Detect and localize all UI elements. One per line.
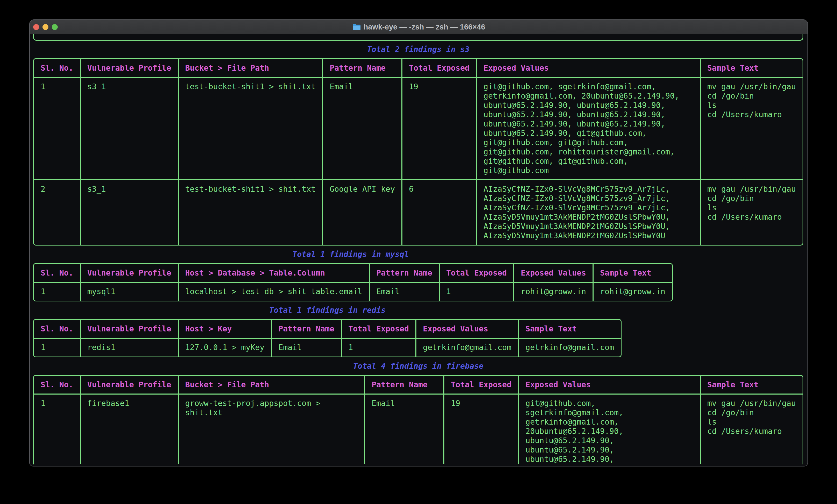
header-cell-mysql: Exposed Values — [521, 268, 586, 278]
terminal-window: hawk-eye — -zsh — zsh — 166×46 Total 2 f… — [30, 20, 807, 466]
body-cell-line: ls — [707, 417, 716, 427]
header-cell-s3: Exposed Values — [483, 63, 549, 73]
body-cell-line: test-bucket-shit1 > shit.txt — [185, 82, 316, 91]
body-cell-line: test-bucket-shit1 > shit.txt — [185, 185, 316, 194]
header-cell-firebase: Total Exposed — [451, 380, 512, 389]
header-cell-firebase: Pattern Name — [372, 380, 428, 389]
body-cell-line: Google API key — [330, 185, 395, 194]
header-cell-mysql: Total Exposed — [446, 268, 507, 278]
section-title: Total 4 findings in firebase — [353, 361, 483, 371]
terminal-content[interactable]: Total 2 findings in s3Sl. No.Vulnerable … — [30, 34, 807, 466]
body-cell-line: ubuntu@65.2.149.90, — [526, 436, 614, 445]
table-row-separator — [33, 77, 803, 78]
body-cell-line: rohit@groww.in — [521, 287, 586, 296]
header-cell-redis: Sl. No. — [41, 324, 73, 334]
body-cell-line: Email — [376, 287, 399, 296]
body-cell-line: ubuntu@65.2.149.90, ubuntu@65.2.149.90, — [483, 110, 665, 119]
header-cell-mysql: Vulnerable Profile — [87, 268, 171, 278]
body-cell-line: cd /go/bin — [707, 91, 754, 101]
body-cell-line: ubuntu@65.2.149.90, — [526, 445, 614, 454]
table-row-separator — [33, 393, 803, 395]
body-cell-line: 1 — [348, 343, 353, 352]
body-cell-line: cd /Users/kumaro — [707, 110, 782, 119]
body-cell-line: rohit@groww.in — [600, 287, 665, 296]
body-cell-line: cd /Users/kumaro — [707, 212, 782, 222]
table-row-separator — [33, 282, 673, 283]
header-cell-redis: Sample Text — [526, 324, 577, 334]
body-cell-line: sgetrkinfo@gmail.com, — [526, 408, 623, 417]
table-column-separator — [518, 375, 519, 464]
body-cell-line: git@github.com — [483, 166, 549, 175]
body-cell-line: AIzaSyCfNZ-IZx0-SlVcVg8MCr575zv9_Ar7jLc, — [483, 203, 670, 212]
body-cell-line: AIzaSyD5Vmuy1mt3AkMENDP2tMG0ZUslSPbwY0U, — [483, 212, 670, 222]
table-column-separator — [700, 375, 701, 464]
body-cell-line: 1 — [41, 82, 45, 91]
header-cell-redis: Total Exposed — [348, 324, 409, 334]
body-cell-line: git@github.com, rohittourister@gmail.com… — [483, 147, 675, 156]
body-cell-line: Email — [372, 399, 395, 408]
body-cell-line: git@github.com, sgetrkinfo@gmail.com, — [483, 82, 656, 91]
body-cell-line: AIzaSyD5Vmuy1mt3AkMENDP2tMG0ZUslSPbwY0U — [483, 231, 665, 240]
header-cell-s3: Sample Text — [707, 63, 759, 73]
header-cell-mysql: Sample Text — [600, 268, 651, 278]
section-title: Total 1 findings in redis — [269, 305, 386, 315]
body-cell-line: ls — [707, 101, 716, 110]
table-column-separator — [364, 375, 365, 464]
header-cell-redis: Host > Key — [185, 324, 232, 334]
body-cell-line: 1 — [41, 399, 45, 408]
body-cell-line: mv gau /usr/bin/gau — [707, 399, 796, 408]
body-cell-line: 19 — [451, 399, 460, 408]
body-cell-line: 1 — [41, 287, 45, 296]
window-title: hawk-eye — -zsh — zsh — 166×46 — [363, 23, 485, 31]
previous-table-bottom-border — [33, 34, 803, 41]
table-column-separator — [476, 59, 477, 245]
body-cell-line: 6 — [409, 185, 414, 194]
body-cell-line: groww-test-proj.appspot.com > — [185, 399, 320, 408]
folder-icon — [352, 23, 361, 31]
body-cell-line: ls — [707, 203, 716, 212]
body-cell-line: localhost > test_db > shit_table.email — [185, 287, 362, 296]
header-cell-s3: Bucket > File Path — [185, 63, 269, 73]
body-cell-line: getrkinfo@gmail.com, 20ubuntu@65.2.149.9… — [483, 91, 679, 101]
table-column-separator — [80, 59, 81, 245]
body-cell-line: AIzaSyCfNZ-IZx0-SlVcVg8MCr575zv9_Ar7jLc, — [483, 185, 670, 194]
body-cell-line: mysql1 — [87, 287, 115, 296]
titlebar[interactable]: hawk-eye — -zsh — zsh — 166×46 — [30, 20, 807, 34]
body-cell-line: redis1 — [87, 343, 115, 352]
body-cell-line: AIzaSyD5Vmuy1mt3AkMENDP2tMG0ZUslSPbwY0U, — [483, 222, 670, 231]
body-cell-line: ubuntu@65.2.149.90, ubuntu@65.2.149.90, — [483, 119, 665, 129]
body-cell-line: cd /go/bin — [707, 408, 754, 417]
body-cell-line: git@github.com, git@github.com, — [483, 156, 628, 166]
header-cell-mysql: Host > Database > Table.Column — [185, 268, 325, 278]
header-cell-s3: Pattern Name — [330, 63, 386, 73]
header-cell-firebase: Sl. No. — [41, 380, 73, 389]
header-cell-mysql: Sl. No. — [41, 268, 73, 278]
body-cell-line: firebase1 — [87, 399, 129, 408]
body-cell-line: ubuntu@65.2.149.90, git@github.com, — [483, 129, 647, 138]
table-row-separator — [33, 338, 622, 339]
header-cell-redis: Vulnerable Profile — [87, 324, 171, 334]
body-cell-line: cd /Users/kumaro — [707, 427, 782, 436]
body-cell-line: s3_1 — [87, 82, 106, 91]
body-cell-line: mv gau /usr/bin/gau — [707, 185, 796, 194]
table-column-separator — [700, 59, 701, 245]
body-cell-line: ubuntu@65.2.149.90, ubuntu@65.2.149.90, — [483, 101, 665, 110]
header-cell-s3: Total Exposed — [409, 63, 469, 73]
header-cell-firebase: Sample Text — [707, 380, 759, 389]
table-column-separator — [178, 59, 179, 245]
body-cell-line: 19 — [409, 82, 418, 91]
table-column-separator — [80, 375, 81, 464]
header-cell-mysql: Pattern Name — [376, 268, 432, 278]
body-cell-line: Email — [330, 82, 353, 91]
body-cell-line: mv gau /usr/bin/gau — [707, 82, 796, 91]
section-title: Total 2 findings in s3 — [367, 45, 469, 54]
body-cell-line: getrkinfo@gmail.com — [526, 343, 614, 352]
table-column-separator — [322, 59, 323, 245]
body-cell-line: ubuntu@65.2.149.90, — [526, 454, 614, 464]
table-column-separator — [402, 59, 403, 245]
table-column-separator — [443, 375, 444, 464]
body-cell-line: 1 — [41, 343, 45, 352]
body-cell-line: 1 — [446, 287, 451, 296]
body-cell-line: 20ubuntu@65.2.149.90, — [526, 427, 623, 436]
header-cell-firebase: Bucket > File Path — [185, 380, 269, 389]
